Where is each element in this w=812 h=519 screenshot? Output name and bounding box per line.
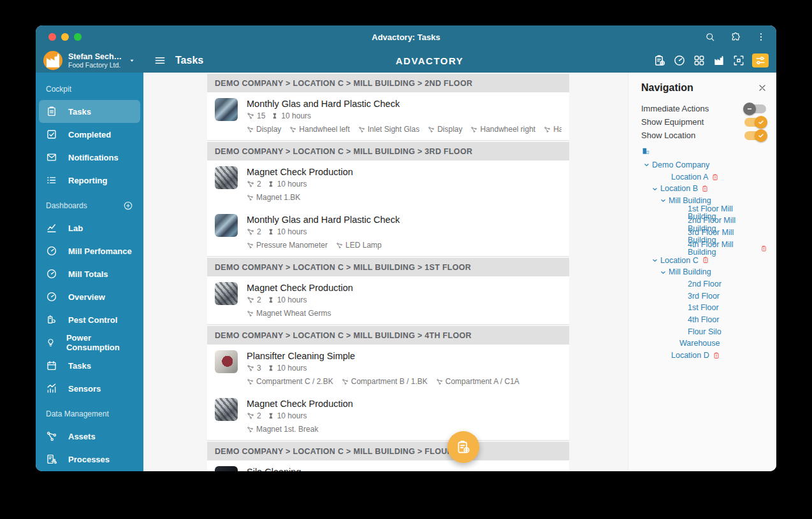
asset-tag[interactable]: Display (247, 125, 281, 134)
close-icon[interactable] (757, 83, 767, 93)
chevron-down-icon[interactable] (666, 328, 677, 336)
chevron-down-icon[interactable] (649, 185, 660, 193)
asset-tag[interactable]: Pressure Manometer (247, 241, 328, 250)
add-task-action[interactable] (653, 54, 667, 67)
asset-tag[interactable]: Magnet Wheat Germs (247, 309, 331, 318)
sidebar-item-overview[interactable]: Overview (36, 285, 143, 308)
tree-node-location-b[interactable]: Location B (641, 183, 767, 195)
task-row[interactable]: Monthly Glas and Hard Plastic Check 15 1… (207, 92, 569, 140)
sidebar-item-power-consumption[interactable]: Power Consumption (36, 331, 143, 354)
tree-node-2nd-floor[interactable]: 2nd Floor (641, 278, 767, 290)
zoom-button[interactable] (74, 33, 82, 41)
chevron-down-icon[interactable] (658, 197, 669, 204)
sidebar-item-tasks[interactable]: Tasks (39, 100, 140, 123)
toggle-off-switch[interactable] (744, 104, 766, 113)
asset-tag[interactable]: LED Lamp (336, 241, 382, 250)
task-row[interactable]: Magnet Check Production 2 10 hours Magne… (207, 160, 569, 208)
task-group: DEMO COMPANY > LOCATION C > MILL BUILDIN… (207, 326, 569, 441)
chevron-down-icon[interactable] (666, 316, 677, 323)
chevron-down-icon[interactable] (649, 352, 660, 359)
asset-tag[interactable]: Handwheel left (289, 125, 349, 134)
add-task-fab[interactable] (447, 431, 479, 463)
hourglass-icon (267, 228, 275, 236)
tree-node-4th-floor-mill-building[interactable]: 4th Floor Mill Building (641, 243, 767, 255)
task-row[interactable]: Magnet Check Production 2 10 hours Magne… (207, 276, 569, 324)
task-row[interactable]: Silo Cleaning 3 3 10 hours Flour Silo 3 … (207, 460, 569, 471)
add-dashboard-icon[interactable] (123, 201, 133, 211)
asset-tag[interactable]: Magnet 1st. Break (247, 425, 318, 434)
task-thumbnail (215, 466, 238, 471)
tree-node-warehouse[interactable]: Warehouse (641, 338, 767, 350)
filters-action[interactable] (752, 53, 769, 68)
chevron-down-icon[interactable] (666, 221, 677, 229)
extensions-icon[interactable] (730, 32, 741, 42)
tree-node-3rd-floor[interactable]: 3rd Floor (641, 290, 767, 302)
task-meta-pair: 10 hours (267, 364, 307, 373)
asset-tag[interactable]: Compartment B / 1.BK (342, 377, 428, 386)
sidebar-item-notifications[interactable]: Notifications (36, 146, 143, 169)
hierarchy-icon (247, 112, 254, 120)
sidebar-item-assets[interactable]: Assets (36, 425, 143, 448)
asset-tag[interactable]: Display (428, 125, 462, 134)
chevron-down-icon[interactable] (658, 269, 669, 276)
tree-node-flour-silo[interactable]: Flour Silo (641, 326, 767, 338)
chevron-down-icon[interactable] (666, 209, 677, 217)
sidebar-item-mill-perfomance[interactable]: Mill Perfomance (36, 239, 143, 262)
chevron-down-icon[interactable] (666, 232, 677, 240)
task-row[interactable]: Plansifter Cleaning Simple 3 10 hours Co… (207, 345, 569, 392)
asset-tag[interactable]: Magnet 1.BK (247, 193, 300, 202)
chevron-down-icon[interactable] (658, 340, 669, 348)
sidebar-item-lab[interactable]: Lab (36, 217, 143, 239)
menu-icon[interactable] (154, 54, 166, 67)
chevron-down-icon[interactable] (666, 245, 677, 252)
asset-tag[interactable]: Handwheel right (470, 125, 535, 134)
app-title: ADVACTORY (396, 55, 464, 66)
sidebar-item-processes[interactable]: Processes (36, 448, 143, 471)
factory-action[interactable] (713, 54, 727, 67)
tree-node-mill-building[interactable]: Mill Building (641, 266, 767, 278)
task-meta-pair: 10 hours (267, 411, 307, 420)
toggle-on-switch[interactable] (744, 131, 766, 140)
tree-node-location-d[interactable]: Location D (641, 350, 767, 362)
task-title: Magnet Check Production (247, 398, 353, 410)
window-title: Advactory: Tasks (36, 32, 776, 42)
sidebar-item-completed[interactable]: Completed (36, 123, 143, 146)
add-dashboard-icon[interactable] (123, 84, 133, 94)
tree-node-1st-floor[interactable]: 1st Floor (641, 302, 767, 314)
sidebar-item-process-plans[interactable]: Process Plans (36, 471, 143, 471)
asset-tag[interactable]: Compartment C / 2.BK (247, 377, 333, 386)
tree-node-4th-floor[interactable]: 4th Floor (641, 314, 767, 326)
chevron-down-icon[interactable] (666, 292, 677, 300)
sidebar-item-mill-totals[interactable]: Mill Totals (36, 262, 143, 285)
task-row[interactable]: Monthly Glas and Hard Plastic Check 2 10… (207, 208, 569, 256)
add-dashboard-icon[interactable] (123, 409, 133, 419)
chevron-down-icon[interactable] (641, 161, 652, 169)
close-button[interactable] (48, 33, 56, 41)
asset-tag[interactable]: Inlet Sight Glas (358, 125, 419, 134)
sidebar-item-reporting[interactable]: Reporting (36, 169, 143, 192)
add-location-icon[interactable] (641, 146, 650, 155)
sidebar-item-pest-control[interactable]: Pest Control (36, 308, 143, 331)
asset-tag[interactable]: Handwheel left… (544, 125, 562, 134)
toggle-on-switch[interactable] (744, 118, 766, 127)
qr-scan-action[interactable] (732, 54, 746, 67)
asset-icon (247, 242, 254, 249)
chevron-down-icon[interactable] (649, 257, 660, 264)
sidebar-item-sensors[interactable]: Sensors (36, 377, 143, 400)
hierarchy-icon (247, 228, 254, 236)
task-row[interactable]: Magnet Check Production 2 10 hours Magne… (207, 392, 569, 440)
overflow-menu-icon[interactable] (756, 32, 766, 42)
account-switcher[interactable]: Stefan Sech… Food Factory Ltd. (36, 51, 143, 70)
sidebar-item-tasks[interactable]: Tasks (36, 354, 143, 377)
asset-tag[interactable]: Compartment A / C1A (436, 377, 519, 386)
apps-grid-action[interactable] (693, 54, 707, 67)
location-tree: Demo Company Location A Location B Mill … (641, 159, 767, 362)
tree-node-demo-company[interactable]: Demo Company (641, 159, 767, 171)
tree-node-location-a[interactable]: Location A (641, 171, 767, 183)
chevron-down-icon[interactable] (666, 304, 677, 312)
minimize-button[interactable] (61, 33, 69, 41)
chevron-down-icon[interactable] (649, 173, 660, 181)
chevron-down-icon[interactable] (666, 280, 677, 288)
gauge-action[interactable] (673, 54, 687, 67)
search-icon[interactable] (705, 32, 715, 42)
